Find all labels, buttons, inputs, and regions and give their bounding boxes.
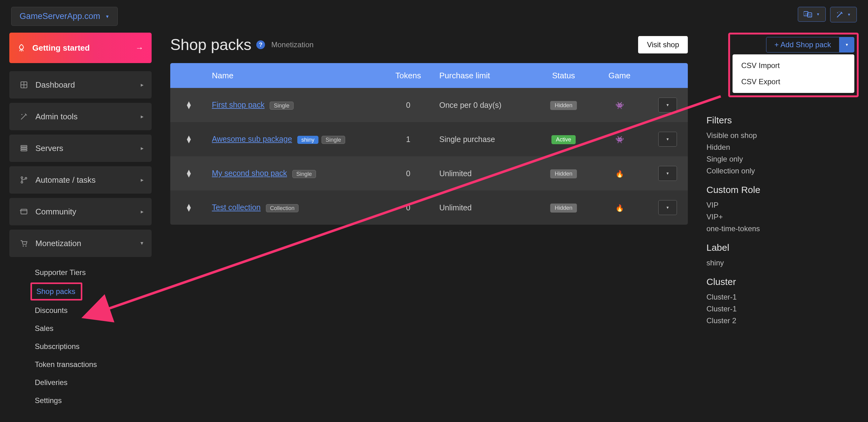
subnav-shop-packs[interactable]: Shop packs [30,282,82,301]
add-shop-pack-button[interactable]: + Add Shop pack [766,37,839,53]
row-actions-button[interactable]: ▼ [658,166,677,181]
table-row: ▲▼ Test collection Collection 0 Unlimite… [170,190,688,225]
col-name[interactable]: Name [208,71,380,81]
table-row: ▲▼ Awesome sub package shinySingle 1 Sin… [170,122,688,156]
grid-icon [18,81,30,89]
filter-item[interactable]: Visible on shop [707,131,859,140]
drag-handle-icon[interactable]: ▲▼ [185,135,192,143]
game-icon: 👾 [615,101,624,110]
filter-role[interactable]: VIP [707,201,859,209]
limit-cell: Single purchase [436,135,535,144]
filter-cluster[interactable]: Cluster-1 [707,293,859,301]
table-header: Name Tokens Purchase limit Status Game [170,63,688,88]
chevron-right-icon: ▸ [141,208,144,215]
tag: shiny [297,136,318,144]
col-status[interactable]: Status [535,71,591,81]
subnav-sales[interactable]: Sales [20,321,60,336]
magic-menu[interactable]: ▼ [830,7,857,22]
nav-label: Community [35,207,141,217]
pack-link[interactable]: First shop pack [212,100,265,109]
subnav-settings[interactable]: Settings [20,392,68,409]
row-actions-button[interactable]: ▼ [658,200,677,215]
translate-menu[interactable]: A文 ▼ [798,7,826,22]
svg-point-5 [839,11,839,12]
table-row: ▲▼ First shop pack Single 0 Once per 0 d… [170,88,688,122]
filter-role[interactable]: one-time-tokens [707,224,859,233]
svg-point-4 [837,12,838,13]
col-limit[interactable]: Purchase limit [436,71,535,81]
filter-heading: Custom Role [707,185,859,195]
subnav-subscriptions[interactable]: Subscriptions [20,338,86,355]
status-badge: Active [552,135,575,144]
subnav-discounts[interactable]: Discounts [20,302,74,319]
getting-started-button[interactable]: Getting started → [9,33,152,63]
help-icon[interactable]: ? [256,40,265,49]
nav-admin-tools[interactable]: Admin tools ▸ [9,103,152,130]
cart-icon [18,239,30,247]
translate-icon: A文 [804,11,812,18]
pack-link[interactable]: My second shop pack [212,169,287,177]
caret-down-icon: ▼ [816,12,820,17]
filter-heading: Label [707,242,859,253]
csv-import-item[interactable]: CSV Import [733,58,854,74]
drag-handle-icon[interactable]: ▲▼ [185,101,192,109]
add-dropdown: CSV Import CSV Export [733,54,854,93]
filter-item[interactable]: Single only [707,155,859,163]
csv-export-item[interactable]: CSV Export [733,74,854,90]
svg-rect-12 [21,149,27,151]
row-actions-button[interactable]: ▼ [658,97,677,113]
add-shop-pack-caret[interactable]: ▼ [839,37,854,53]
filter-role[interactable]: VIP+ [707,213,859,221]
nav-label: Dashboard [35,80,141,90]
nav-label: Automate / tasks [35,175,141,185]
svg-rect-11 [21,148,27,149]
subnav-supporter-tiers[interactable]: Supporter Tiers [20,265,92,281]
window-icon [18,208,30,216]
chevron-right-icon: ▸ [141,177,144,183]
limit-cell: Unlimited [436,203,535,212]
breadcrumb: Monetization [271,40,313,49]
arrow-right-icon: → [135,43,144,53]
wand-icon [18,113,30,121]
col-tokens[interactable]: Tokens [380,71,436,81]
status-badge: Hidden [550,169,577,178]
row-actions-button[interactable]: ▼ [658,132,677,147]
drag-handle-icon[interactable]: ▲▼ [185,170,192,177]
table-row: ▲▼ My second shop pack Single 0 Unlimite… [170,156,688,190]
status-badge: Hidden [550,101,577,110]
subnav-token-transactions[interactable]: Token transactions [20,356,103,372]
branch-icon [18,176,30,184]
nav-dashboard[interactable]: Dashboard ▸ [9,71,152,98]
limit-cell: Once per 0 day(s) [436,101,535,110]
brand-dropdown[interactable]: GameServerApp.com ▼ [11,7,118,26]
nav-community[interactable]: Community ▸ [9,198,152,225]
svg-point-13 [21,177,23,178]
col-game[interactable]: Game [591,71,647,81]
pack-link[interactable]: Awesome sub package [212,134,292,143]
nav-automate-tasks[interactable]: Automate / tasks ▸ [9,166,152,193]
filter-item[interactable]: Collection only [707,167,859,175]
game-icon: 👾 [615,136,624,144]
drag-handle-icon[interactable]: ▲▼ [185,204,192,211]
chevron-right-icon: ▸ [141,113,144,120]
tag: Single [292,170,316,178]
filter-label[interactable]: shiny [707,259,859,267]
tag: Single [270,101,293,110]
svg-point-19 [26,245,27,247]
svg-text:文: 文 [809,14,811,17]
visit-shop-button[interactable]: Visit shop [638,36,688,54]
filter-cluster[interactable]: Cluster 2 [707,316,859,325]
filter-cluster[interactable]: Cluster-1 [707,305,859,313]
nav-label: Admin tools [35,112,141,121]
limit-cell: Unlimited [436,169,535,178]
nav-servers[interactable]: Servers ▸ [9,134,152,162]
stack-icon [18,144,30,152]
nav-monetization[interactable]: Monetization ▸ [9,230,152,257]
filter-item[interactable]: Hidden [707,143,859,152]
status-badge: Hidden [550,204,577,213]
pack-link[interactable]: Test collection [212,203,261,212]
subnav-deliveries[interactable]: Deliveries [20,374,74,391]
caret-down-icon: ▼ [105,14,110,19]
tokens-cell: 0 [380,203,436,212]
svg-rect-10 [21,145,27,147]
